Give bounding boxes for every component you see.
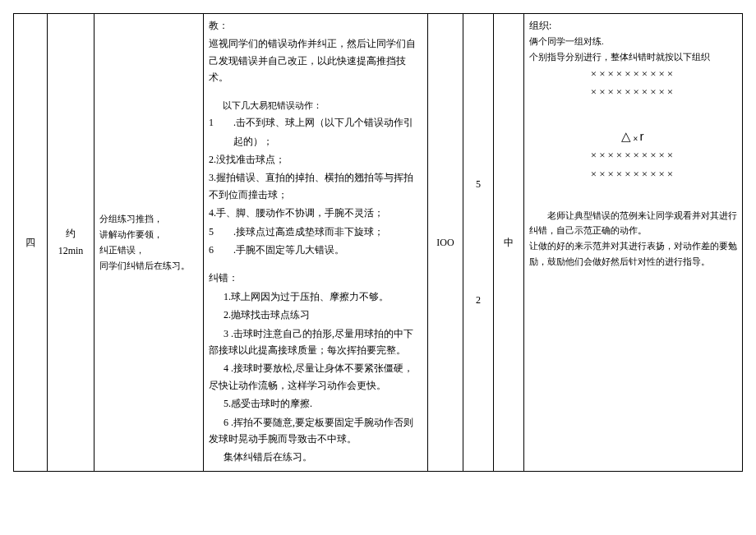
outline-line: 同学们纠错后在练习。 [99, 258, 198, 274]
table-row: 四 约 12min 分组练习推挡， 讲解动作要领， 纠正错误， 同学们纠错后在练… [14, 14, 743, 472]
org-note: 老师让典型错误的范例来让同学观看并对其进行纠错，自己示范正确的动作。 [529, 208, 737, 238]
mistake-item: 1 .击不到球、球上网（以下几个错误动作引 [209, 114, 422, 131]
mistake-item: 6 .手腕不固定等几大错误。 [209, 242, 422, 258]
mistake-item: 3.握拍错误、直拍的掉拍、横拍的翘拍等与挥拍不到位而撞击球； [209, 169, 422, 203]
cell-teaching-content: 教： 巡视同学们的错误动作并纠正，然后让同学们自己发现错误并自己改正，以此快速提… [204, 14, 428, 472]
metric-3-value: 中 [504, 237, 514, 248]
teach-paragraph: 巡视同学们的错误动作并纠正，然后让同学们自己发现错误并自己改正，以此快速提高推挡… [209, 35, 422, 85]
formation-row: ×××××××××× [529, 65, 737, 83]
formation-teacher-mark: △ₓr [529, 126, 737, 147]
mistake-item: 4.手、脚、腰动作不协调，手腕不灵活； [209, 205, 422, 221]
mistake-item-cont: 起的）； [209, 133, 422, 150]
duration-prefix: 约 [53, 225, 89, 242]
teach-heading: 教： [209, 17, 422, 34]
cell-stage-index: 四 [14, 14, 48, 472]
duration-value: 12min [53, 242, 89, 259]
outline-line: 讲解动作要领， [99, 227, 198, 242]
cell-metric-2: 5 2 [463, 14, 494, 472]
lesson-plan-table: 四 约 12min 分组练习推挡， 讲解动作要领， 纠正错误， 同学们纠错后在练… [13, 13, 743, 472]
formation-row: ×××××××××× [529, 83, 737, 101]
correction-item: 2.抛球找击球点练习 [209, 307, 422, 323]
cell-metric-3: 中 [494, 14, 524, 472]
stage-index: 四 [25, 237, 35, 248]
metric-2-top: 5 [476, 176, 481, 192]
correction-item: 3 .击球时注意自己的拍形,尽量用球拍的中下部接球以此提高接球质量；每次挥拍要完… [209, 325, 422, 359]
metric-1-value: IOO [436, 237, 454, 248]
org-line: 个别指导分别进行，整体纠错时就按以下组织 [529, 49, 737, 65]
mistake-item: 2.没找准击球点； [209, 151, 422, 168]
mistake-item: 5 .接球点过高造成垫球而非下旋球； [209, 224, 422, 240]
formation-row: ×××××××××× [529, 165, 737, 183]
correction-heading: 纠错： [209, 270, 422, 286]
correction-item: 5.感受击球时的摩擦. [209, 395, 422, 412]
org-line: 俩个同学一组对练. [529, 34, 737, 49]
correction-item: 6 .挥拍不要随意,要定板要固定手腕动作否则发球时晃动手腕而导致击不中球。 [209, 414, 422, 448]
outline-line: 分组练习推挡， [99, 211, 198, 227]
org-heading: 组织: [529, 17, 737, 34]
cell-organization: 组织: 俩个同学一组对练. 个别指导分别进行，整体纠错时就按以下组织 ×××××… [524, 14, 743, 472]
cell-activity-outline: 分组练习推挡， 讲解动作要领， 纠正错误， 同学们纠错后在练习。 [94, 14, 204, 472]
correction-item: 4 .接球时要放松,尽量让身体不要紧张僵硬，尽快让动作流畅，这样学习动作会更快。 [209, 360, 422, 394]
formation-row: ×××××××××× [529, 146, 737, 164]
mistakes-heading: 以下几大易犯错误动作： [209, 98, 422, 113]
outline-line: 纠正错误， [99, 242, 198, 258]
correction-end: 集体纠错后在练习。 [209, 449, 422, 465]
org-note: 让做的好的来示范并对其进行表扬，对动作差的要勉励，鼓励他们会做好然后针对性的进行… [529, 238, 737, 269]
cell-duration: 约 12min [48, 14, 94, 472]
correction-item: 1.球上网因为过于压拍、摩擦力不够。 [209, 288, 422, 305]
metric-2-bottom: 2 [476, 292, 481, 308]
cell-metric-1: IOO [428, 14, 463, 472]
